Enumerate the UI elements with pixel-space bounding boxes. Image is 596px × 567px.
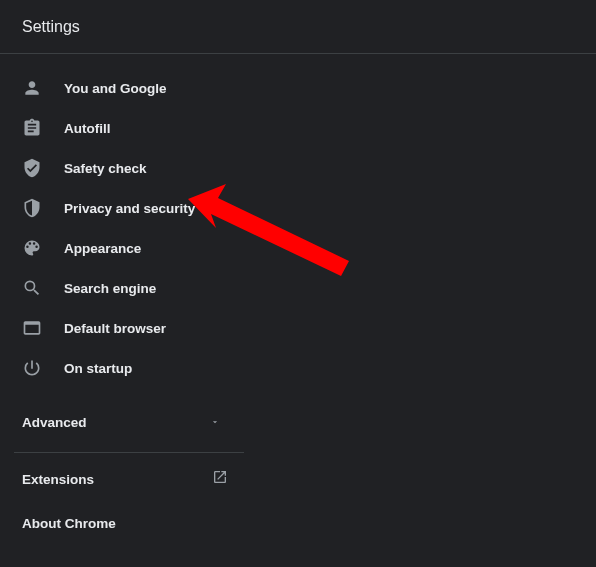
chevron-down-icon bbox=[210, 413, 228, 431]
sidebar-item-on-startup[interactable]: On startup bbox=[0, 348, 250, 388]
shield-check-icon bbox=[22, 158, 42, 178]
power-icon bbox=[22, 358, 42, 378]
search-icon bbox=[22, 278, 42, 298]
person-icon bbox=[22, 78, 42, 98]
sidebar-item-label: Search engine bbox=[64, 281, 156, 296]
sidebar-item-advanced[interactable]: Advanced bbox=[0, 402, 250, 442]
advanced-label: Advanced bbox=[22, 415, 87, 430]
shield-icon bbox=[22, 198, 42, 218]
sidebar-item-extensions[interactable]: Extensions bbox=[0, 457, 250, 501]
clipboard-icon bbox=[22, 118, 42, 138]
settings-sidebar: You and Google Autofill Safety check Pri… bbox=[0, 54, 250, 545]
sidebar-item-appearance[interactable]: Appearance bbox=[0, 228, 250, 268]
sidebar-item-label: Appearance bbox=[64, 241, 141, 256]
sidebar-item-default-browser[interactable]: Default browser bbox=[0, 308, 250, 348]
sidebar-item-label: Default browser bbox=[64, 321, 166, 336]
sidebar-item-privacy-security[interactable]: Privacy and security bbox=[0, 188, 250, 228]
sidebar-item-label: On startup bbox=[64, 361, 132, 376]
sidebar-item-label: Privacy and security bbox=[64, 201, 195, 216]
sidebar-item-label: You and Google bbox=[64, 81, 167, 96]
sidebar-item-about-chrome[interactable]: About Chrome bbox=[0, 501, 250, 545]
sidebar-item-label: Autofill bbox=[64, 121, 111, 136]
sidebar-item-label: Safety check bbox=[64, 161, 147, 176]
sidebar-item-you-and-google[interactable]: You and Google bbox=[0, 68, 250, 108]
extensions-label: Extensions bbox=[22, 472, 94, 487]
palette-icon bbox=[22, 238, 42, 258]
sidebar-item-safety-check[interactable]: Safety check bbox=[0, 148, 250, 188]
open-in-new-icon bbox=[212, 469, 228, 489]
sidebar-item-search-engine[interactable]: Search engine bbox=[0, 268, 250, 308]
about-chrome-label: About Chrome bbox=[22, 516, 116, 531]
page-title: Settings bbox=[22, 18, 80, 36]
browser-window-icon bbox=[22, 318, 42, 338]
sidebar-divider bbox=[14, 452, 244, 453]
settings-header: Settings bbox=[0, 0, 596, 54]
sidebar-item-autofill[interactable]: Autofill bbox=[0, 108, 250, 148]
